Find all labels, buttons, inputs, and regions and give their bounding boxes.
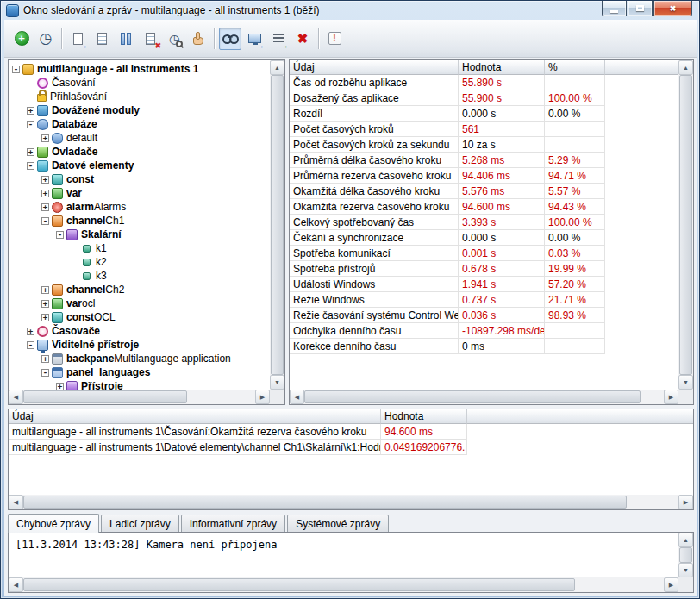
column-header[interactable]: Údaj — [290, 60, 459, 75]
expand-toggle[interactable]: - — [41, 369, 49, 377]
watch-row[interactable]: multilanguage - all instruments 1\Datové… — [9, 440, 693, 455]
tab-error-messages[interactable]: Chybové zprávy — [8, 514, 99, 533]
stats-row[interactable]: Celkový spotřebovaný čas3.393 s100.00 % — [290, 215, 678, 230]
scroll-thumb[interactable] — [23, 496, 627, 509]
expand-toggle[interactable]: + — [27, 148, 34, 156]
remove-from-table-button[interactable]: ✖ — [139, 28, 161, 50]
expand-toggle[interactable]: + — [27, 107, 34, 115]
expand-toggle[interactable]: - — [27, 341, 34, 349]
tree-item[interactable]: -channel Ch1 — [9, 214, 270, 228]
scroll-right-button[interactable]: ▶ — [255, 390, 270, 404]
stats-vertical-scrollbar[interactable]: ▲ ▼ — [678, 60, 693, 390]
scroll-thumb[interactable] — [679, 75, 692, 375]
expand-toggle[interactable]: + — [41, 176, 49, 184]
tab-info-messages[interactable]: Informativní zprávy — [181, 515, 285, 532]
scroll-thumb[interactable] — [23, 390, 187, 403]
tree-vertical-scrollbar[interactable]: ▲ ▼ — [270, 60, 284, 390]
stats-row[interactable]: Spotřeba komunikací0.001 s0.03 % — [290, 246, 678, 261]
stats-row[interactable]: Rozdíl0.000 s0.00 % — [290, 106, 678, 122]
delete-watch-button[interactable]: ✖ — [291, 28, 314, 50]
expand-toggle[interactable]: + — [41, 203, 49, 211]
scroll-left-button[interactable]: ◀ — [290, 390, 304, 404]
expand-toggle[interactable]: + — [41, 355, 49, 363]
document-button[interactable] — [91, 28, 113, 50]
tree-item[interactable]: +channel Ch2 — [9, 283, 270, 296]
tree-horizontal-scrollbar[interactable]: ◀ ▶ — [9, 390, 270, 404]
tree-item[interactable]: +Přístroje — [9, 379, 270, 390]
stats-row[interactable]: Počet časových kroků za sekundu10 za s — [290, 137, 678, 153]
stats-row[interactable]: Čas od rozběhu aplikace55.890 s — [290, 75, 678, 90]
scroll-thumb[interactable] — [271, 75, 284, 375]
tree-item[interactable]: -multilanguage - all instruments 1 — [9, 62, 270, 76]
tree-item[interactable]: -panel_languages — [9, 365, 270, 379]
stats-row[interactable]: Události Windows1.941 s57.20 % — [290, 277, 678, 292]
expand-toggle[interactable]: - — [56, 231, 64, 239]
expand-toggle[interactable]: + — [41, 286, 49, 294]
expand-toggle[interactable]: - — [41, 217, 49, 225]
stats-row[interactable]: Okamžitá délka časového kroku5.576 ms5.5… — [290, 184, 678, 199]
message-horizontal-scrollbar[interactable]: ◀ ▶ — [9, 577, 678, 592]
column-header[interactable]: Hodnota — [381, 409, 467, 424]
watch-list-button[interactable]: → — [267, 28, 290, 50]
tree-item[interactable]: +Dovážené moduly — [9, 103, 270, 117]
watch-values-button[interactable] — [219, 28, 241, 50]
tree-item[interactable]: -Viditelné přístroje — [9, 338, 270, 352]
maximize-button[interactable] — [628, 1, 653, 16]
tree-item[interactable]: Přihlašování — [9, 90, 270, 103]
tab-debug-messages[interactable]: Ladicí zprávy — [101, 515, 179, 532]
close-button[interactable]: ✖ — [653, 1, 692, 16]
timing-window-button[interactable]: ◷ — [34, 28, 57, 50]
tree-item[interactable]: +var ocl — [9, 296, 270, 310]
tree-item[interactable]: +alarm Alarms — [9, 200, 270, 214]
stats-row[interactable]: Korekce denního času0 ms — [290, 339, 678, 354]
scroll-up-button[interactable]: ▲ — [270, 60, 284, 75]
message-window-button[interactable]: ! — [323, 28, 346, 50]
column-header[interactable]: Hodnota — [459, 60, 545, 75]
stats-row[interactable]: Průměrná rezerva časového kroku94.406 ms… — [290, 168, 678, 184]
scroll-thumb[interactable] — [679, 547, 692, 563]
scroll-down-button[interactable]: ▼ — [270, 375, 284, 390]
column-header[interactable]: Údaj — [9, 409, 381, 424]
tree-item[interactable]: +Ovladače — [9, 145, 270, 159]
tree-item[interactable]: -Skalární — [9, 228, 270, 241]
stats-row[interactable]: Režie časování systému Control Web0.036 … — [290, 308, 678, 323]
manual-mode-button[interactable] — [187, 28, 209, 50]
scroll-thumb[interactable] — [304, 390, 641, 403]
expand-toggle[interactable]: + — [41, 190, 49, 197]
stats-row[interactable]: Režie Windows0.737 s21.71 % — [290, 292, 678, 308]
scroll-left-button[interactable]: ◀ — [9, 577, 23, 592]
time-history-button[interactable]: ◷ — [163, 28, 185, 50]
tree-item[interactable]: +backpane Multilanguage application — [9, 352, 270, 365]
watch-row[interactable]: multilanguage - all instruments 1\Časová… — [9, 424, 693, 440]
stats-row[interactable]: Odchylka denního času-10897.298 ms/den — [290, 323, 678, 339]
stats-row[interactable]: Okamžitá rezerva časového kroku94.600 ms… — [290, 199, 678, 215]
expand-toggle[interactable]: + — [56, 383, 64, 390]
message-vertical-scrollbar[interactable]: ▲ ▼ — [678, 533, 693, 577]
tree-item[interactable]: +Časovače — [9, 324, 270, 338]
monitor-transfer-button[interactable]: → — [243, 28, 266, 50]
scroll-thumb[interactable] — [23, 578, 575, 591]
expand-toggle[interactable]: + — [41, 300, 49, 308]
add-watch-button[interactable]: + — [10, 28, 33, 50]
stats-row[interactable]: Čekání a synchronizace0.000 s0.00 % — [290, 230, 678, 246]
scroll-down-button[interactable]: ▼ — [678, 375, 693, 390]
export-data-button[interactable]: → — [66, 28, 89, 50]
tree-item[interactable]: k2 — [9, 255, 270, 269]
scroll-up-button[interactable]: ▲ — [678, 60, 693, 75]
tree-item[interactable]: -Datové elementy — [9, 159, 270, 172]
stats-horizontal-scrollbar[interactable]: ◀ ▶ — [290, 390, 678, 404]
scroll-right-button[interactable]: ▶ — [678, 495, 693, 509]
tree-item[interactable]: +default — [9, 131, 270, 145]
scroll-left-button[interactable]: ◀ — [9, 390, 23, 404]
expand-toggle[interactable]: - — [27, 121, 34, 128]
expand-toggle[interactable]: + — [27, 328, 34, 335]
titlebar[interactable]: Okno sledování a zpráv - multilanguage -… — [6, 1, 604, 20]
stats-row[interactable]: Počet časových kroků561 — [290, 122, 678, 137]
scroll-left-button[interactable]: ◀ — [9, 495, 23, 509]
tree-item[interactable]: +const — [9, 172, 270, 186]
stats-row[interactable]: Průměrná délka časového kroku5.268 ms5.2… — [290, 153, 678, 168]
expand-toggle[interactable]: - — [12, 66, 20, 73]
tree-item[interactable]: -Databáze — [9, 117, 270, 131]
tree-item[interactable]: k3 — [9, 269, 270, 283]
expand-toggle[interactable]: - — [27, 162, 34, 170]
